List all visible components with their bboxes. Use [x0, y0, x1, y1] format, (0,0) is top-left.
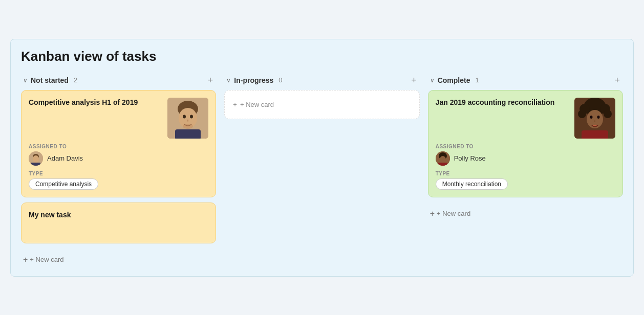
- card-jan-accounting[interactable]: Jan 2019 accounting reconciliation: [428, 90, 623, 197]
- assigned-label-card3: ASSIGNED TO: [436, 144, 615, 149]
- svg-point-6: [183, 124, 193, 129]
- column-count-not-started: 2: [74, 76, 77, 84]
- svg-rect-10: [31, 163, 40, 166]
- column-in-progress: ∨ In-progress 0 + + + New card: [224, 73, 419, 119]
- card-photo-polly: [574, 98, 615, 139]
- avatar-adam-davis: [29, 151, 43, 166]
- column-body-complete: Jan 2019 accounting reconciliation: [428, 90, 623, 220]
- svg-point-23: [440, 156, 446, 163]
- column-count-complete: 1: [475, 76, 479, 84]
- new-card-button-complete[interactable]: + + New card: [428, 205, 623, 220]
- card-photo-adam: [167, 98, 208, 139]
- column-title-in-progress: In-progress: [234, 76, 273, 84]
- svg-point-20: [597, 116, 599, 119]
- type-badge-card3: Monthly reconciliation: [436, 178, 508, 190]
- svg-rect-3: [175, 129, 201, 139]
- new-card-label-in-progress: + New card: [240, 101, 274, 108]
- chevron-icon-complete: ∨: [430, 77, 435, 84]
- in-progress-placeholder[interactable]: + + New card: [224, 90, 419, 119]
- chevron-icon-not-started: ∨: [23, 77, 28, 84]
- column-body-not-started: Competitive analysis H1 of 2019: [21, 90, 216, 266]
- column-count-in-progress: 0: [278, 76, 282, 84]
- avatar-polly-rose: [436, 151, 450, 166]
- column-title-not-started: Not started: [31, 76, 69, 84]
- type-badge-card1: Competitive analysis: [29, 178, 98, 190]
- card-my-new-task[interactable]: My new task: [21, 202, 216, 243]
- assigned-name-card3: Polly Rose: [454, 154, 486, 162]
- chevron-icon-in-progress: ∨: [226, 77, 231, 84]
- type-label-card3: TYPE: [436, 171, 615, 176]
- column-add-button-not-started[interactable]: +: [207, 76, 214, 85]
- column-title-complete: Complete: [438, 76, 470, 84]
- type-label-card1: TYPE: [29, 171, 208, 176]
- page-title: Kanban view of tasks: [21, 49, 623, 64]
- assigned-name-card1: Adam Davis: [47, 154, 83, 162]
- column-header-complete: ∨ Complete 1 +: [428, 73, 623, 90]
- assigned-label-card1: ASSIGNED TO: [29, 144, 208, 149]
- column-body-in-progress: + + New card: [224, 90, 419, 119]
- svg-point-4: [183, 115, 186, 118]
- column-header-in-progress: ∨ In-progress 0 +: [224, 73, 419, 90]
- column-not-started: ∨ Not started 2 + Competitive analysis H…: [21, 73, 216, 266]
- new-card-plus-center: +: [233, 101, 237, 108]
- kanban-board: ∨ Not started 2 + Competitive analysis H…: [21, 73, 623, 266]
- column-header-not-started: ∨ Not started 2 +: [21, 73, 216, 90]
- card-title-my-new-task: My new task: [29, 210, 208, 220]
- svg-rect-18: [582, 130, 608, 139]
- svg-point-5: [190, 115, 193, 118]
- svg-point-19: [590, 116, 592, 119]
- card-title-jan-accounting: Jan 2019 accounting reconciliation: [436, 98, 574, 107]
- new-card-button-not-started[interactable]: + + New card: [21, 251, 216, 266]
- kanban-board-wrapper: Kanban view of tasks ∨ Not started 2 + C…: [10, 39, 634, 277]
- column-complete: ∨ Complete 1 + Jan 2019 accounting recon…: [428, 73, 623, 220]
- svg-point-16: [604, 110, 612, 118]
- svg-point-9: [33, 155, 39, 163]
- column-add-button-in-progress[interactable]: +: [410, 76, 418, 85]
- card-title-competitive-analysis: Competitive analysis H1 of 2019: [29, 98, 167, 107]
- new-card-button-in-progress-center[interactable]: + + New card: [225, 91, 419, 119]
- card-competitive-analysis[interactable]: Competitive analysis H1 of 2019: [21, 90, 216, 197]
- column-add-button-complete[interactable]: +: [613, 76, 621, 85]
- svg-point-15: [578, 110, 586, 118]
- svg-rect-24: [438, 163, 447, 166]
